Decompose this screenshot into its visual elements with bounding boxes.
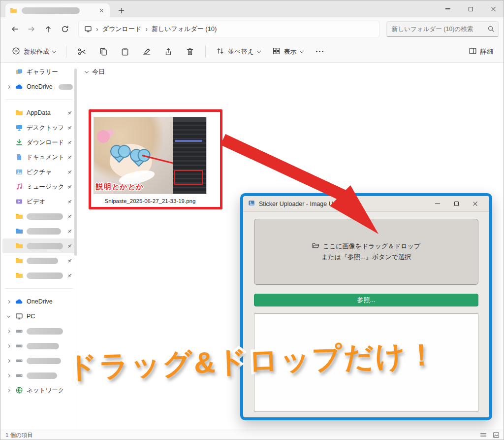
blurred-label — [27, 258, 58, 264]
maximize-icon[interactable] — [459, 0, 482, 17]
blurred-label — [27, 372, 57, 379]
rename-icon[interactable] — [137, 43, 156, 60]
chevron-right-icon[interactable] — [6, 300, 10, 303]
sidebar-item-network[interactable]: ネットワーク — [2, 383, 76, 398]
chevron-right-icon[interactable] — [6, 329, 10, 333]
share-icon[interactable] — [159, 43, 178, 60]
sidebar-item-blurred[interactable] — [2, 209, 76, 224]
close-icon[interactable] — [482, 0, 504, 17]
cut-icon[interactable] — [72, 43, 91, 60]
sidebar-divider — [5, 100, 73, 100]
back-icon[interactable] — [6, 21, 23, 37]
sidebar-item-onedrive-personal[interactable]: OneDrive - — [2, 79, 76, 94]
sidebar-scrollbar[interactable] — [74, 68, 77, 256]
up-icon[interactable] — [40, 21, 57, 37]
music-icon — [15, 183, 23, 191]
delete-icon[interactable] — [181, 43, 199, 60]
dialog-title: Sticker Uploader - Image Upload — [259, 201, 348, 207]
group-header-today[interactable]: 今日 — [85, 68, 105, 76]
copy-icon[interactable] — [94, 43, 113, 60]
blurred-label — [27, 343, 59, 349]
pin-icon — [66, 213, 73, 220]
sidebar-item-drive-blurred[interactable] — [2, 368, 76, 383]
file-thumbnail[interactable]: 説明とかとか — [94, 117, 207, 194]
sidebar-item-appdata[interactable]: AppData — [2, 105, 76, 120]
folder-icon — [15, 227, 23, 236]
dialog-titlebar[interactable]: Sticker Uploader - Image Upload — [243, 196, 489, 212]
upload-list[interactable] — [254, 313, 478, 412]
chevron-right-icon[interactable] — [6, 85, 10, 88]
sidebar-item-pc[interactable]: PC — [2, 309, 76, 324]
sticker-uploader-dialog: Sticker Uploader - Image Upload ここに画像をドラ… — [240, 193, 492, 420]
sidebar-item-videos[interactable]: ビデオ — [2, 194, 76, 209]
browse-button[interactable]: 参照... — [254, 294, 478, 306]
close-icon[interactable] — [466, 197, 484, 211]
downloads-icon — [15, 138, 23, 147]
forward-icon[interactable] — [23, 21, 40, 37]
sidebar-item-gallery[interactable]: ギャラリー — [2, 65, 76, 79]
minimize-icon[interactable] — [437, 0, 459, 17]
details-pane-button[interactable]: 詳細 — [464, 43, 498, 60]
sidebar-item-pictures[interactable]: ピクチャ — [2, 165, 76, 179]
image-dropzone[interactable]: ここに画像をドラッグ＆ドロップ または『参照...』ボタンで選択 — [254, 219, 478, 285]
details-view-icon[interactable] — [480, 432, 487, 440]
chevron-down-icon[interactable] — [6, 314, 10, 317]
search-box — [386, 21, 499, 37]
sidebar-item-music[interactable]: ミュージック — [2, 179, 76, 194]
breadcrumb-current-folder[interactable]: 新しいフォルダー (10) — [152, 25, 217, 34]
new-tab-button[interactable] — [117, 6, 126, 15]
chevron-right-icon[interactable] — [6, 373, 10, 377]
sidebar-item-downloads[interactable]: ダウンロード — [2, 135, 76, 150]
search-input[interactable] — [386, 21, 499, 37]
sidebar-item-onedrive[interactable]: OneDrive — [2, 294, 76, 309]
chevron-right-icon[interactable] — [6, 388, 10, 392]
sidebar-item-documents[interactable]: ドキュメント — [2, 150, 76, 165]
onedrive-cloud-icon — [15, 298, 23, 306]
sidebar-item-blurred[interactable] — [2, 268, 76, 283]
details-label: 詳細 — [480, 47, 493, 56]
file-name[interactable]: Snipaste_2025-06-27_21-33-19.png — [93, 198, 207, 204]
file-item[interactable]: 説明とかとか Snipaste_2025-06-27_21-33-19.png — [93, 117, 207, 204]
sidebar-item-blurred[interactable] — [2, 224, 76, 238]
refresh-icon[interactable] — [57, 21, 73, 37]
blurred-label — [27, 358, 61, 364]
chevron-right-icon[interactable] — [6, 344, 10, 347]
breadcrumb[interactable]: › ダウンロード › 新しいフォルダー (10) — [78, 21, 379, 37]
new-icon — [12, 47, 20, 57]
minimize-icon[interactable] — [428, 197, 447, 211]
thumbnail-art: 説明とかとか — [94, 117, 174, 194]
titlebar — [0, 0, 504, 17]
pin-icon — [66, 272, 73, 279]
pictures-icon — [15, 168, 23, 176]
drive-icon — [15, 342, 23, 350]
window-controls — [437, 0, 504, 17]
sidebar-item-blurred[interactable] — [2, 253, 76, 268]
sort-icon — [216, 47, 224, 57]
search-icon[interactable] — [487, 25, 495, 34]
explorer-tab[interactable] — [5, 3, 110, 17]
sidebar-item-drive-blurred[interactable] — [2, 338, 76, 353]
chevron-down-icon[interactable] — [85, 69, 89, 73]
more-options-icon[interactable] — [311, 43, 329, 60]
onedrive-cloud-icon — [15, 83, 23, 91]
tab-close-icon[interactable] — [97, 6, 106, 15]
pin-icon — [66, 110, 73, 116]
chevron-right-icon[interactable] — [6, 359, 10, 362]
breadcrumb-downloads[interactable]: ダウンロード — [102, 25, 142, 34]
new-label: 新規作成 — [24, 47, 49, 56]
paste-icon[interactable] — [116, 43, 134, 60]
maximize-icon[interactable] — [447, 197, 466, 211]
view-button[interactable]: 表示 — [268, 43, 308, 60]
pin-icon — [66, 154, 73, 161]
sidebar-item-drive-blurred[interactable] — [2, 353, 76, 368]
thumbnail-dark-panel — [173, 117, 206, 194]
new-button[interactable]: 新規作成 — [7, 43, 60, 60]
network-icon — [15, 386, 23, 395]
chevron-down-icon — [256, 49, 260, 53]
large-icons-view-icon[interactable] — [493, 432, 500, 440]
breadcrumb-separator: › — [96, 25, 98, 33]
sort-button[interactable]: 並べ替え — [212, 43, 265, 60]
sidebar-item-desktop[interactable]: デスクトップ — [2, 120, 76, 135]
sidebar-item-drive-blurred[interactable] — [2, 324, 76, 338]
sidebar-item-blurred-selected[interactable] — [2, 238, 76, 253]
